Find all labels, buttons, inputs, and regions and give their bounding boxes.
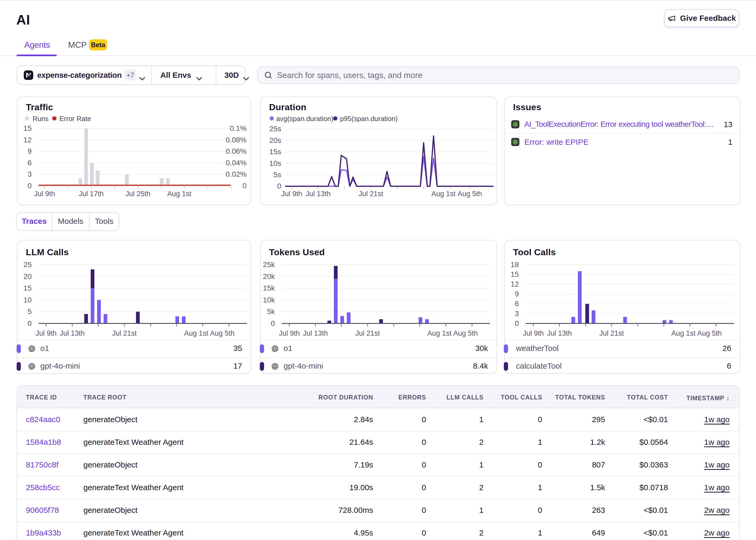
svg-text:Aug 1st: Aug 1st (184, 329, 209, 337)
svg-text:Jul 21st: Jul 21st (599, 329, 624, 337)
svg-text:0: 0 (27, 319, 32, 328)
svg-text:25s: 25s (269, 125, 281, 133)
svg-text:Aug 1st: Aug 1st (671, 329, 695, 337)
svg-text:Jul 25th: Jul 25th (126, 190, 151, 198)
svg-text:10: 10 (24, 296, 32, 304)
svg-text:0.02%: 0.02% (226, 170, 247, 178)
svg-text:Jul 9th: Jul 9th (34, 190, 55, 198)
svg-text:Jul 21st: Jul 21st (112, 329, 137, 337)
svg-text:0.1%: 0.1% (230, 124, 247, 132)
svg-text:Aug 5th: Aug 5th (210, 329, 234, 337)
svg-text:Jul 17th: Jul 17th (79, 190, 104, 198)
svg-text:0: 0 (27, 182, 32, 190)
svg-text:Jul 21st: Jul 21st (355, 329, 380, 337)
svg-text:12: 12 (511, 280, 519, 288)
svg-text:Aug 5th: Aug 5th (457, 190, 482, 198)
svg-text:6: 6 (27, 159, 32, 167)
svg-text:6: 6 (515, 300, 519, 308)
svg-text:20k: 20k (263, 272, 275, 281)
svg-text:Jul 13th: Jul 13th (547, 329, 572, 337)
svg-text:10k: 10k (263, 296, 275, 304)
svg-text:Jul 9th: Jul 9th (36, 329, 57, 337)
svg-text:Jul 9th: Jul 9th (279, 329, 300, 337)
svg-text:15s: 15s (269, 148, 281, 156)
svg-text:Jul 9th: Jul 9th (523, 329, 544, 337)
svg-text:Aug 5th: Aug 5th (697, 329, 722, 337)
svg-text:5: 5 (27, 308, 32, 316)
svg-text:0.04%: 0.04% (226, 159, 247, 167)
svg-text:Aug 1st: Aug 1st (431, 190, 456, 198)
svg-text:25: 25 (24, 260, 32, 269)
svg-text:Jul 13th: Jul 13th (306, 190, 331, 198)
svg-text:3: 3 (27, 170, 32, 178)
svg-text:15: 15 (511, 270, 519, 278)
svg-text:Jul 9th: Jul 9th (281, 190, 302, 198)
svg-text:12: 12 (24, 136, 32, 144)
svg-text:0: 0 (515, 319, 519, 328)
svg-text:9: 9 (515, 290, 519, 298)
svg-text:Jul 13th: Jul 13th (303, 329, 328, 337)
svg-text:15: 15 (24, 124, 32, 132)
svg-text:5k: 5k (267, 308, 275, 316)
svg-text:0: 0 (242, 182, 247, 190)
svg-text:0.06%: 0.06% (226, 147, 247, 155)
svg-text:9: 9 (27, 147, 32, 155)
svg-text:5s: 5s (273, 171, 281, 179)
svg-text:3: 3 (515, 310, 519, 318)
svg-text:Aug 1st: Aug 1st (427, 329, 452, 337)
svg-text:20: 20 (24, 272, 32, 281)
svg-text:15: 15 (24, 284, 32, 292)
svg-text:20s: 20s (269, 136, 281, 145)
svg-text:18: 18 (511, 260, 519, 269)
svg-text:0: 0 (277, 182, 281, 190)
svg-text:15k: 15k (263, 284, 275, 292)
svg-text:Aug 1st: Aug 1st (167, 190, 192, 198)
svg-text:Jul 13th: Jul 13th (60, 329, 85, 337)
svg-text:0: 0 (271, 319, 275, 328)
svg-text:10s: 10s (269, 159, 281, 168)
svg-text:0.08%: 0.08% (226, 136, 247, 144)
svg-text:Jul 21st: Jul 21st (359, 190, 383, 198)
svg-text:Aug 5th: Aug 5th (453, 329, 478, 337)
svg-text:25k: 25k (263, 260, 275, 269)
